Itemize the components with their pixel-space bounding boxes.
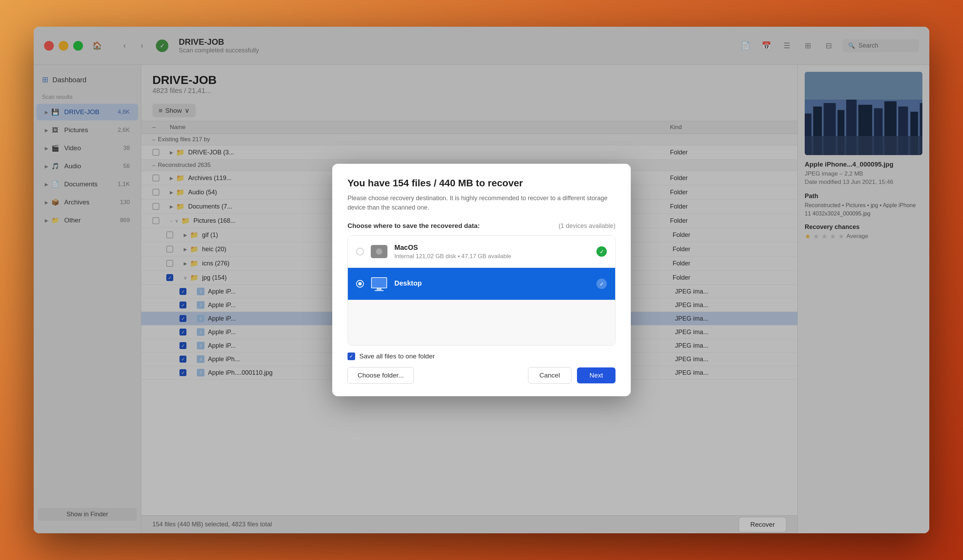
device-item-macos[interactable]: MacOS Internal 121,02 GB disk • 47,17 GB… xyxy=(348,236,615,268)
modal-section-label: Choose where to save the recovered data:… xyxy=(347,222,616,230)
modal-title: You have 154 files / 440 MB to recover xyxy=(347,178,616,189)
desktop-icon-svg xyxy=(370,277,388,291)
svg-rect-15 xyxy=(372,278,386,288)
main-window: 🏠 ‹ › ✓ DRIVE-JOB Scan completed success… xyxy=(34,27,929,533)
radio-inner-desktop xyxy=(358,282,362,286)
device-icon-desktop xyxy=(370,275,388,293)
recovery-modal: You have 154 files / 440 MB to recover P… xyxy=(332,164,631,396)
radio-desktop[interactable] xyxy=(356,280,364,288)
modal-subtitle: Please choose recovery destination. It i… xyxy=(347,194,616,212)
device-info-macos: MacOS Internal 121,02 GB disk • 47,17 GB… xyxy=(394,244,597,260)
device-check-desktop: ✓ xyxy=(597,278,607,289)
device-info-desktop: Desktop xyxy=(394,279,597,289)
modal-save-folder-row: ✓ Save all files to one folder xyxy=(347,353,616,360)
choose-folder-button[interactable]: Choose folder... xyxy=(347,367,414,384)
modal-section-text: Choose where to save the recovered data: xyxy=(347,222,480,230)
svg-rect-17 xyxy=(374,290,384,291)
modal-devices-count: (1 devices available) xyxy=(559,222,616,230)
modal-actions: Choose folder... Cancel Next xyxy=(347,367,616,384)
device-name-desktop: Desktop xyxy=(394,279,597,287)
device-sub-macos: Internal 121,02 GB disk • 47,17 GB avail… xyxy=(394,253,597,260)
hdd-icon xyxy=(371,245,387,258)
device-name-macos: MacOS xyxy=(394,244,597,252)
svg-rect-16 xyxy=(377,288,381,290)
save-folder-label: Save all files to one folder xyxy=(359,353,435,360)
next-button[interactable]: Next xyxy=(577,367,616,384)
device-item-desktop[interactable]: Desktop ✓ xyxy=(348,268,615,300)
radio-macos[interactable] xyxy=(356,248,364,256)
modal-overlay: You have 154 files / 440 MB to recover P… xyxy=(34,27,929,533)
device-check-macos: ✓ xyxy=(597,246,607,257)
device-list: MacOS Internal 121,02 GB disk • 47,17 GB… xyxy=(347,235,616,346)
device-list-empty xyxy=(348,300,615,345)
device-icon-macos xyxy=(370,243,388,261)
cancel-button[interactable]: Cancel xyxy=(528,367,571,384)
save-folder-checkbox[interactable]: ✓ xyxy=(347,353,355,360)
